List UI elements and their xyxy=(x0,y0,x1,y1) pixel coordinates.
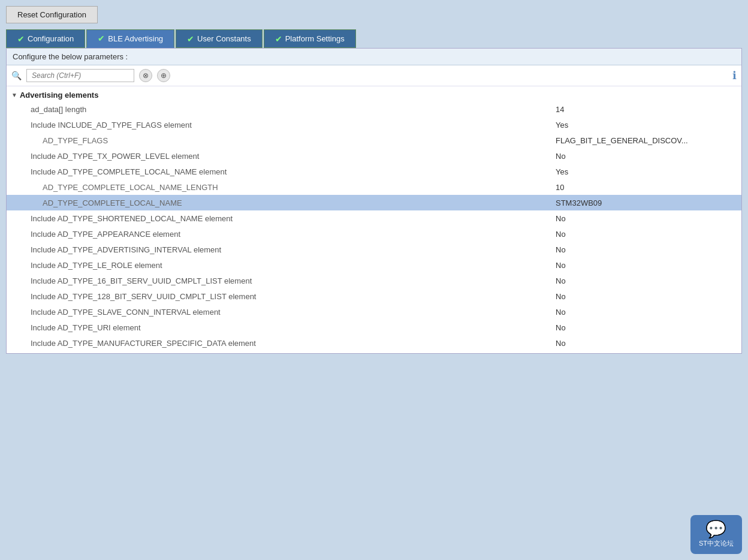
param-value: STM32WB09 xyxy=(556,198,735,207)
main-container: Reset Configuration ✔ Configuration ✔ BL… xyxy=(0,0,748,560)
param-value: No xyxy=(556,152,735,161)
table-row[interactable]: Include AD_TYPE_128_BIT_SERV_UUID_CMPLT_… xyxy=(7,288,741,304)
table-row[interactable]: Include AD_TYPE_TX_POWER_LEVEL elementNo xyxy=(7,148,741,164)
param-name: Include AD_TYPE_MANUFACTURER_SPECIFIC_DA… xyxy=(19,339,556,348)
configure-bar-text: Configure the below parameters : xyxy=(13,52,128,61)
table-row[interactable]: Include AD_TYPE_LE_ROLE elementNo xyxy=(7,257,741,273)
tab-ble-check-icon: ✔ xyxy=(98,34,105,43)
param-name: Include AD_TYPE_ADVERTISING_INTERVAL ele… xyxy=(19,245,556,254)
param-value: FLAG_BIT_LE_GENERAL_DISCOV... xyxy=(556,136,735,145)
table-row[interactable]: AD_TYPE_COMPLETE_LOCAL_NAMESTM32WB09 xyxy=(7,195,741,210)
params-container: ad_data[] length14Include INCLUDE_AD_TYP… xyxy=(7,101,741,351)
param-value: No xyxy=(556,214,735,223)
tabs-bar: ✔ Configuration ✔ BLE Advertising ✔ User… xyxy=(6,29,742,48)
param-name: Include AD_TYPE_128_BIT_SERV_UUID_CMPLT_… xyxy=(19,292,556,301)
collapse-icon: ⊗ xyxy=(143,71,149,80)
tab-user-constants-label: User Constants xyxy=(197,34,251,43)
table-row[interactable]: Include AD_TYPE_URI elementNo xyxy=(7,320,741,335)
param-name: Include AD_TYPE_COMPLETE_LOCAL_NAME elem… xyxy=(19,167,556,176)
param-value: No xyxy=(556,261,735,270)
table-row[interactable]: AD_TYPE_FLAGSFLAG_BIT_LE_GENERAL_DISCOV.… xyxy=(7,133,741,148)
expand-all-button[interactable]: ⊕ xyxy=(157,69,170,82)
configure-bar: Configure the below parameters : xyxy=(7,49,741,65)
param-value: 14 xyxy=(556,105,735,114)
param-value: No xyxy=(556,276,735,285)
tab-ble-advertising[interactable]: ✔ BLE Advertising xyxy=(86,29,174,48)
param-value: No xyxy=(556,292,735,301)
param-name: Include AD_TYPE_LE_ROLE element xyxy=(19,261,556,270)
tree-section: ▼ Advertising elements ad_data[] length1… xyxy=(7,86,741,353)
reset-configuration-button[interactable]: Reset Configuration xyxy=(6,6,98,23)
param-name: ad_data[] length xyxy=(19,105,556,114)
param-value: No xyxy=(556,339,735,348)
param-value: No xyxy=(556,308,735,317)
search-toolbar: 🔍 ⊗ ⊕ ℹ xyxy=(7,65,741,86)
tab-platform-settings[interactable]: ✔ Platform Settings xyxy=(264,29,356,48)
param-name: Include AD_TYPE_URI element xyxy=(19,323,556,332)
table-row[interactable]: ad_data[] length14 xyxy=(7,101,741,117)
chevron-down-icon: ▼ xyxy=(11,92,17,98)
collapse-all-button[interactable]: ⊗ xyxy=(139,69,152,82)
table-row[interactable]: Include AD_TYPE_APPEARANCE elementNo xyxy=(7,226,741,242)
param-name: Include AD_TYPE_16_BIT_SERV_UUID_CMPLT_L… xyxy=(19,276,556,285)
param-name: Include AD_TYPE_SLAVE_CONN_INTERVAL elem… xyxy=(19,308,556,317)
param-name: Include AD_TYPE_APPEARANCE element xyxy=(19,230,556,239)
param-value: 10 xyxy=(556,183,735,192)
tab-configuration-label: Configuration xyxy=(28,34,74,43)
table-row[interactable]: AD_TYPE_COMPLETE_LOCAL_NAME_LENGTH10 xyxy=(7,179,741,195)
param-name: AD_TYPE_FLAGS xyxy=(19,136,556,145)
table-row[interactable]: Include INCLUDE_AD_TYPE_FLAGS elementYes xyxy=(7,117,741,133)
expand-icon: ⊕ xyxy=(161,71,167,80)
tab-check-icon: ✔ xyxy=(17,34,25,44)
info-icon[interactable]: ℹ xyxy=(732,69,737,82)
table-row[interactable]: Include AD_TYPE_SHORTENED_LOCAL_NAME ele… xyxy=(7,210,741,226)
table-row[interactable]: Include AD_TYPE_16_BIT_SERV_UUID_CMPLT_L… xyxy=(7,273,741,288)
tab-user-check-icon: ✔ xyxy=(187,34,194,44)
param-name: AD_TYPE_COMPLETE_LOCAL_NAME_LENGTH xyxy=(19,183,556,192)
tab-ble-advertising-label: BLE Advertising xyxy=(108,34,163,43)
table-row[interactable]: Include AD_TYPE_MANUFACTURER_SPECIFIC_DA… xyxy=(7,335,741,351)
param-name: Include AD_TYPE_TX_POWER_LEVEL element xyxy=(19,152,556,161)
table-row[interactable]: Include AD_TYPE_SLAVE_CONN_INTERVAL elem… xyxy=(7,304,741,320)
param-value: Yes xyxy=(556,167,735,176)
param-name: Include AD_TYPE_SHORTENED_LOCAL_NAME ele… xyxy=(19,214,556,223)
search-icon: 🔍 xyxy=(11,71,22,80)
tab-platform-settings-label: Platform Settings xyxy=(285,34,345,43)
param-name: AD_TYPE_COMPLETE_LOCAL_NAME xyxy=(19,198,556,207)
advertising-elements-header[interactable]: ▼ Advertising elements xyxy=(7,89,741,101)
table-row[interactable]: Include AD_TYPE_ADVERTISING_INTERVAL ele… xyxy=(7,242,741,257)
advertising-elements-label: Advertising elements xyxy=(20,91,99,100)
chat-label: ST中文论坛 xyxy=(699,539,734,548)
param-name: Include INCLUDE_AD_TYPE_FLAGS element xyxy=(19,121,556,130)
tab-platform-check-icon: ✔ xyxy=(275,34,282,44)
tab-configuration[interactable]: ✔ Configuration xyxy=(6,29,85,48)
param-value: No xyxy=(556,323,735,332)
table-row[interactable]: Include AD_TYPE_COMPLETE_LOCAL_NAME elem… xyxy=(7,164,741,179)
search-input[interactable] xyxy=(26,69,134,82)
param-value: No xyxy=(556,230,735,239)
content-panel: Configure the below parameters : 🔍 ⊗ ⊕ ℹ… xyxy=(6,48,742,354)
tab-user-constants[interactable]: ✔ User Constants xyxy=(176,29,263,48)
param-value: No xyxy=(556,245,735,254)
param-value: Yes xyxy=(556,121,735,130)
chat-bubble-icon: 💬 xyxy=(699,521,734,538)
chat-button[interactable]: 💬 ST中文论坛 xyxy=(690,515,742,554)
